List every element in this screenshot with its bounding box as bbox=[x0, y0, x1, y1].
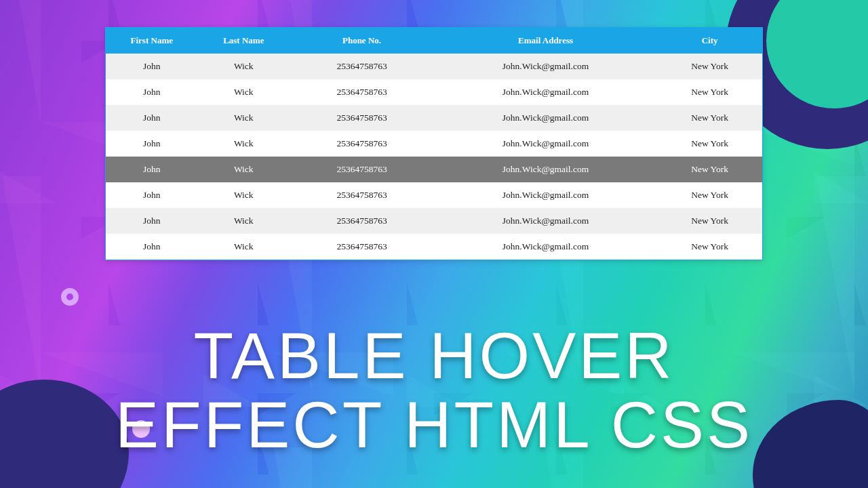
cell-last: Wick bbox=[198, 79, 290, 105]
cell-email: John.Wick@gmail.com bbox=[434, 131, 657, 157]
cell-phone: 25364758763 bbox=[290, 157, 434, 182]
table-body: JohnWick25364758763John.Wick@gmail.comNe… bbox=[106, 54, 762, 260]
cell-last: Wick bbox=[198, 182, 290, 208]
cell-email: John.Wick@gmail.com bbox=[434, 234, 657, 260]
cell-last: Wick bbox=[198, 131, 290, 157]
table-row[interactable]: JohnWick25364758763John.Wick@gmail.comNe… bbox=[106, 79, 762, 105]
cell-email: John.Wick@gmail.com bbox=[434, 157, 657, 182]
cell-last: Wick bbox=[198, 157, 290, 182]
title-line-2: EFFECT HTML CSS bbox=[0, 393, 868, 457]
cell-last: Wick bbox=[198, 105, 290, 131]
cell-email: John.Wick@gmail.com bbox=[434, 208, 657, 234]
cell-city: New York bbox=[657, 234, 762, 260]
table-row[interactable]: JohnWick25364758763John.Wick@gmail.comNe… bbox=[106, 208, 762, 234]
cell-city: New York bbox=[657, 131, 762, 157]
col-first-name[interactable]: First Name bbox=[106, 28, 198, 54]
table-row[interactable]: JohnWick25364758763John.Wick@gmail.comNe… bbox=[106, 234, 762, 260]
cell-phone: 25364758763 bbox=[290, 208, 434, 234]
cell-city: New York bbox=[657, 208, 762, 234]
cell-email: John.Wick@gmail.com bbox=[434, 54, 657, 79]
cell-city: New York bbox=[657, 157, 762, 182]
table-header: First Name Last Name Phone No. Email Add… bbox=[106, 28, 762, 54]
cell-first: John bbox=[106, 131, 198, 157]
cell-phone: 25364758763 bbox=[290, 105, 434, 131]
col-last-name[interactable]: Last Name bbox=[198, 28, 290, 54]
cell-city: New York bbox=[657, 54, 762, 79]
cell-city: New York bbox=[657, 182, 762, 208]
cell-phone: 25364758763 bbox=[290, 182, 434, 208]
cell-email: John.Wick@gmail.com bbox=[434, 182, 657, 208]
cell-email: John.Wick@gmail.com bbox=[434, 105, 657, 131]
cell-last: Wick bbox=[198, 208, 290, 234]
table-card: First Name Last Name Phone No. Email Add… bbox=[105, 27, 763, 260]
cell-city: New York bbox=[657, 79, 762, 105]
cell-first: John bbox=[106, 182, 198, 208]
cell-first: John bbox=[106, 79, 198, 105]
decor-ring-icon bbox=[61, 288, 79, 306]
col-city[interactable]: City bbox=[657, 28, 762, 54]
cell-first: John bbox=[106, 157, 198, 182]
cell-phone: 25364758763 bbox=[290, 54, 434, 79]
cell-email: John.Wick@gmail.com bbox=[434, 79, 657, 105]
cell-city: New York bbox=[657, 105, 762, 131]
table-row[interactable]: JohnWick25364758763John.Wick@gmail.comNe… bbox=[106, 54, 762, 79]
data-table: First Name Last Name Phone No. Email Add… bbox=[106, 28, 762, 260]
col-email[interactable]: Email Address bbox=[434, 28, 657, 54]
table-header-row: First Name Last Name Phone No. Email Add… bbox=[106, 28, 762, 54]
table-row[interactable]: JohnWick25364758763John.Wick@gmail.comNe… bbox=[106, 157, 762, 182]
table-row[interactable]: JohnWick25364758763John.Wick@gmail.comNe… bbox=[106, 105, 762, 131]
cell-phone: 25364758763 bbox=[290, 79, 434, 105]
cell-first: John bbox=[106, 105, 198, 131]
cell-phone: 25364758763 bbox=[290, 131, 434, 157]
cell-first: John bbox=[106, 208, 198, 234]
table-row[interactable]: JohnWick25364758763John.Wick@gmail.comNe… bbox=[106, 182, 762, 208]
table-row[interactable]: JohnWick25364758763John.Wick@gmail.comNe… bbox=[106, 131, 762, 157]
title-line-1: TABLE HOVER bbox=[0, 324, 868, 388]
cell-phone: 25364758763 bbox=[290, 234, 434, 260]
col-phone[interactable]: Phone No. bbox=[290, 28, 434, 54]
cell-last: Wick bbox=[198, 54, 290, 79]
cell-last: Wick bbox=[198, 234, 290, 260]
cell-first: John bbox=[106, 234, 198, 260]
cell-first: John bbox=[106, 54, 198, 79]
